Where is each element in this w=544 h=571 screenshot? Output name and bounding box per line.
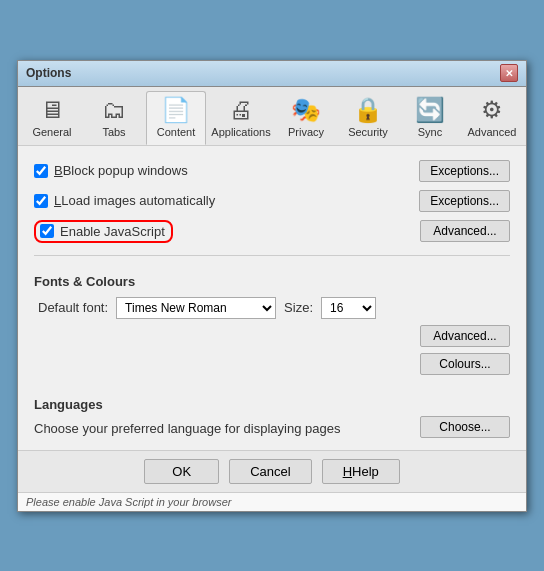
languages-section: Languages Choose your preferred language…	[34, 389, 510, 438]
tab-privacy-label: Privacy	[288, 126, 324, 138]
divider-1	[34, 255, 510, 256]
load-images-option: LLoad images automatically	[34, 193, 215, 208]
advanced-icon: ⚙	[481, 96, 503, 124]
toolbar: 🖥 General 🗂 Tabs 📄 Content 🖨 Application…	[18, 87, 526, 146]
load-images-label: LLoad images automatically	[54, 193, 215, 208]
lang-description: Choose your preferred language for displ…	[34, 421, 340, 436]
enable-js-option: Enable JavaScript	[34, 220, 173, 243]
status-text: Please enable Java Script in your browse…	[26, 496, 231, 508]
content-icon: 📄	[161, 96, 191, 124]
close-button[interactable]: ✕	[500, 64, 518, 82]
block-popup-checkbox[interactable]	[34, 164, 48, 178]
size-label: Size:	[284, 300, 313, 315]
enable-js-highlighted: Enable JavaScript	[34, 220, 173, 243]
tab-general[interactable]: 🖥 General	[22, 91, 82, 145]
enable-js-advanced-button[interactable]: Advanced...	[420, 220, 510, 242]
block-popup-option: BBlock popup windows	[34, 163, 188, 178]
enable-js-label: Enable JavaScript	[60, 224, 165, 239]
applications-icon: 🖨	[229, 96, 253, 124]
colours-row: Colours...	[34, 353, 510, 375]
tab-applications[interactable]: 🖨 Applications	[208, 91, 274, 145]
title-bar: Options ✕	[18, 61, 526, 87]
load-images-row: LLoad images automatically Exceptions...	[34, 188, 510, 214]
ok-button[interactable]: OK	[144, 459, 219, 484]
tab-advanced[interactable]: ⚙ Advanced	[462, 91, 522, 145]
tab-advanced-label: Advanced	[468, 126, 517, 138]
enable-js-checkbox[interactable]	[40, 224, 54, 238]
default-font-label: Default font:	[38, 300, 108, 315]
tab-privacy[interactable]: 🎭 Privacy	[276, 91, 336, 145]
colours-button[interactable]: Colours...	[420, 353, 510, 375]
size-select[interactable]: 16 12 14 18 20	[321, 297, 376, 319]
content-panel: BBlock popup windows Exceptions... LLoad…	[18, 146, 526, 450]
tab-general-label: General	[32, 126, 71, 138]
load-images-exceptions-button[interactable]: Exceptions...	[419, 190, 510, 212]
dialog-title: Options	[26, 66, 71, 80]
fonts-advanced-row: Advanced...	[34, 325, 510, 347]
lang-row: Choose your preferred language for displ…	[34, 416, 510, 438]
tab-sync[interactable]: 🔄 Sync	[400, 91, 460, 145]
sync-icon: 🔄	[415, 96, 445, 124]
tab-tabs-label: Tabs	[102, 126, 125, 138]
tab-security[interactable]: 🔒 Security	[338, 91, 398, 145]
tab-tabs[interactable]: 🗂 Tabs	[84, 91, 144, 145]
font-select[interactable]: Times New Roman Arial Helvetica Verdana	[116, 297, 276, 319]
general-icon: 🖥	[40, 96, 64, 124]
enable-js-row: Enable JavaScript Advanced...	[34, 218, 510, 245]
tab-content-label: Content	[157, 126, 196, 138]
privacy-icon: 🎭	[291, 96, 321, 124]
cancel-button[interactable]: Cancel	[229, 459, 311, 484]
security-icon: 🔒	[353, 96, 383, 124]
options-dialog: Options ✕ 🖥 General 🗂 Tabs 📄 Content 🖨 A…	[17, 60, 527, 512]
tab-sync-label: Sync	[418, 126, 442, 138]
tab-applications-label: Applications	[211, 126, 270, 138]
help-button[interactable]: HHelp	[322, 459, 400, 484]
tab-security-label: Security	[348, 126, 388, 138]
fonts-section-title: Fonts & Colours	[34, 274, 510, 289]
status-bar: Please enable Java Script in your browse…	[18, 492, 526, 511]
languages-section-title: Languages	[34, 397, 510, 412]
fonts-row: Default font: Times New Roman Arial Helv…	[38, 297, 510, 319]
tabs-icon: 🗂	[102, 96, 126, 124]
lang-choose-button[interactable]: Choose...	[420, 416, 510, 438]
dialog-footer: OK Cancel HHelp	[18, 450, 526, 492]
block-popup-row: BBlock popup windows Exceptions...	[34, 158, 510, 184]
fonts-advanced-button[interactable]: Advanced...	[420, 325, 510, 347]
block-popup-label: BBlock popup windows	[54, 163, 188, 178]
block-popup-exceptions-button[interactable]: Exceptions...	[419, 160, 510, 182]
tab-content[interactable]: 📄 Content	[146, 91, 206, 145]
load-images-checkbox[interactable]	[34, 194, 48, 208]
